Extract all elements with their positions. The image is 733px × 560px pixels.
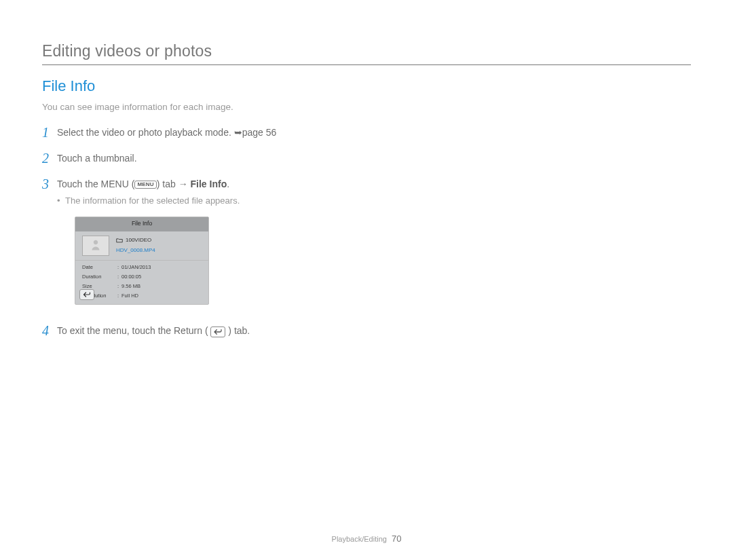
fileinfo-thumbnail <box>82 236 109 256</box>
fileinfo-filename-block: 100VIDEO HDV_0008.MP4 <box>116 236 155 256</box>
step-number: 2 <box>42 149 57 168</box>
page-title: Editing videos or photos <box>42 42 691 64</box>
fileinfo-filename: HDV_0008.MP4 <box>116 246 155 255</box>
step-text: . <box>227 179 229 189</box>
step-text: Select the video or photo playback mode. <box>57 127 234 138</box>
fileinfo-folder-row: 100VIDEO <box>116 236 155 245</box>
step-4: 4 To exit the menu, touch the Return ( )… <box>42 321 691 340</box>
fileinfo-top-row: 100VIDEO HDV_0008.MP4 <box>75 231 208 261</box>
return-button-inline <box>210 326 225 337</box>
meta-label: Date <box>82 263 117 272</box>
fileinfo-screenshot: File Info 100VIDEO HDV_0008.MP4 <box>75 217 209 305</box>
step-text: ) tab <box>157 179 178 189</box>
meta-value: 01/JAN/2013 <box>121 263 202 272</box>
step-text: To exit the menu, touch the Return ( <box>57 325 208 336</box>
footer-page-number: 70 <box>392 534 401 544</box>
thumbnail-placeholder-icon <box>88 238 103 253</box>
arrow-right-icon: → <box>178 179 188 189</box>
intro-text: You can see image information for each i… <box>42 102 691 112</box>
step-number: 4 <box>42 321 57 340</box>
step-body: Touch a thumbnail. <box>57 149 137 166</box>
step-1: 1 Select the video or photo playback mod… <box>42 123 691 142</box>
step-number: 3 <box>42 174 57 193</box>
fileinfo-header: File Info <box>75 217 208 231</box>
step-2: 2 Touch a thumbnail. <box>42 149 691 168</box>
step-text-bold: File Info <box>191 179 227 189</box>
step-sub-bullet: The information for the selected file ap… <box>57 194 240 208</box>
step-list: 1 Select the video or photo playback mod… <box>42 123 691 340</box>
step-body: To exit the menu, touch the Return ( ) t… <box>57 321 250 338</box>
meta-label: Duration <box>82 273 117 281</box>
meta-value: 00:00:05 <box>121 273 202 281</box>
section-title: File Info <box>42 77 691 95</box>
menu-button-icon: MENU <box>134 181 156 189</box>
return-arrow-icon <box>83 291 91 298</box>
return-arrow-icon <box>213 329 223 335</box>
step-text: Touch the MENU ( <box>57 179 134 189</box>
step-body: Select the video or photo playback mode.… <box>57 123 276 140</box>
step-number: 1 <box>42 123 57 142</box>
page-footer: Playback/Editing 70 <box>0 534 733 544</box>
page-ref-arrow-icon: ➥ <box>234 127 242 138</box>
step-text: Touch a thumbnail. <box>57 153 137 164</box>
footer-section: Playback/Editing <box>332 535 387 543</box>
step-body: Touch the MENU (MENU) tab → File Info. T… <box>57 174 240 314</box>
fileinfo-folder-name: 100VIDEO <box>126 236 151 245</box>
fileinfo-metadata-table: Date:01/JAN/2013 Duration:00:00:05 Size:… <box>75 261 208 304</box>
folder-icon <box>116 238 123 243</box>
meta-value: 9.56 MB <box>121 282 202 291</box>
step-3: 3 Touch the MENU (MENU) tab → File Info.… <box>42 174 691 314</box>
return-button[interactable] <box>79 289 94 300</box>
step-text: ) tab. <box>228 325 250 336</box>
title-divider <box>42 64 691 65</box>
step-text: page 56 <box>242 127 277 138</box>
meta-value: Full HD <box>121 292 202 300</box>
